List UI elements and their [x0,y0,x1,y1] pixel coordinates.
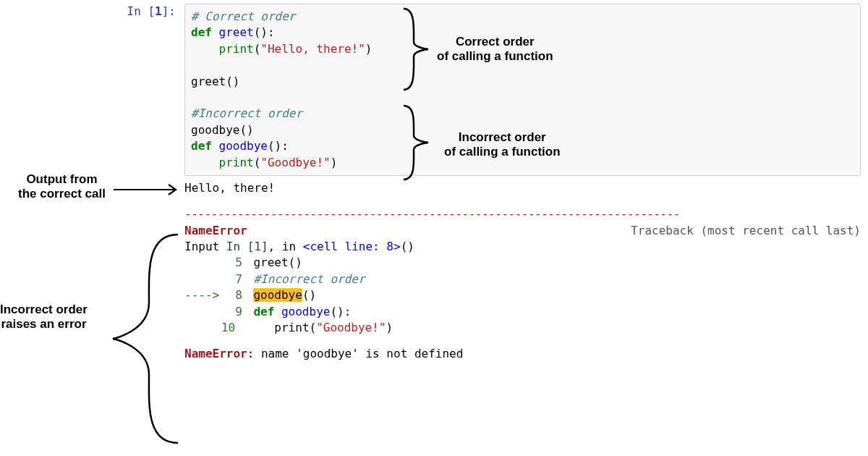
annotation-output-from: Output from the correct call [18,172,106,200]
annotation-correct-order: Correct order of calling a function [437,35,553,63]
traceback-input-line: Input In [1], in <cell line: 8>() [184,239,861,255]
code-line-7-comment: #Incorrect order [191,106,302,120]
code-line-9-rest: (): [268,139,289,153]
traceback-line-7: 7 #Incorrect order [184,271,861,287]
traceback-label: Traceback (most recent call last) [631,223,861,239]
annotation-incorrect-order: Incorrect order of calling a function [444,130,561,159]
brace-incorrect-icon [399,103,431,182]
annotation-error-raised: Incorrect order raises an error [0,303,88,331]
traceback-line-10: 10 print("Goodbye!") [184,320,861,336]
code-line-2-rest: (): [254,25,275,39]
input-prompt: In [1]: [123,4,184,20]
code-line-10-popen: ( [254,156,261,169]
output-block: Hello, there! --------------------------… [184,180,861,363]
code-line-9-funcname: goodbye [212,139,268,153]
code-line-3-print: print [219,42,254,56]
code-line-9-def: def [191,139,212,153]
traceback-line-9: 9 def goodbye(): [184,304,861,320]
error-final: NameError: name 'goodbye' is not defined [184,346,861,362]
error-name-header: NameError [184,224,247,237]
brace-correct-icon [399,6,431,93]
code-line-10-str: "Goodbye!" [260,156,330,169]
code-line-3-popen: ( [254,42,261,56]
error-header: NameErrorTraceback (most recent call las… [184,223,861,239]
error-final-msg: : name 'goodbye' is not defined [247,347,464,360]
code-line-2-funcname: greet [212,25,254,39]
error-separator: ----------------------------------------… [184,206,861,222]
code-line-10-print: print [219,156,254,169]
arrow-output-icon [112,182,182,197]
output-hello: Hello, there! [184,180,861,196]
code-line-10-pclose: ) [331,156,338,169]
code-line-3-pclose: ) [365,42,373,56]
code-line-3-str: "Hello, there!" [260,42,365,56]
brace-error-icon [110,230,182,447]
code-line-8-call: goodbye() [191,123,254,137]
code-line-2-def: def [191,25,212,39]
code-line-5-call: greet() [191,75,239,88]
output-row: Hello, there! --------------------------… [123,180,861,363]
error-name-final: NameError [184,347,247,360]
traceback-line-8: ----> 8 goodbye() [184,287,861,303]
traceback-line-5: 5 greet() [184,255,861,271]
code-line-1-comment: # Correct order [191,9,296,23]
